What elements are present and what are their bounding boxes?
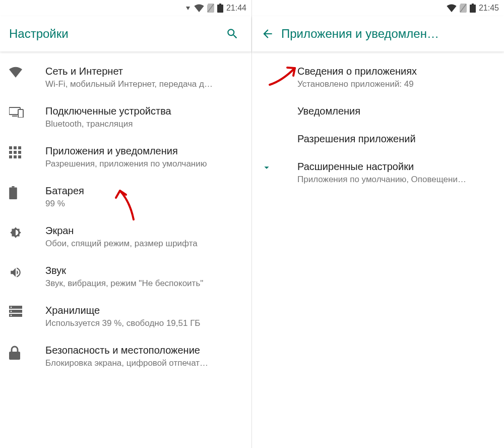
svg-rect-2 bbox=[219, 4, 221, 5]
svg-rect-26 bbox=[472, 4, 474, 5]
svg-rect-4 bbox=[18, 109, 23, 118]
page-title: Настройки bbox=[9, 27, 222, 41]
settings-screen: 21:44 Настройки Сеть и Интернет Wi-Fi, м… bbox=[0, 0, 252, 448]
item-subtitle: Bluetooth, трансляция bbox=[45, 119, 242, 129]
item-subtitle: Установлено приложений: 49 bbox=[297, 79, 495, 89]
wifi-icon bbox=[194, 4, 204, 12]
item-subtitle: Блокировка экрана, цифровой отпечат… bbox=[45, 358, 242, 368]
item-title: Уведомления bbox=[297, 105, 495, 117]
svg-rect-1 bbox=[217, 5, 223, 13]
item-title: Подключенные устройства bbox=[45, 105, 242, 117]
settings-item-storage[interactable]: Хранилище Используется 39 %, свободно 19… bbox=[0, 297, 251, 337]
settings-item-apps[interactable]: Приложения и уведомления Разрешения, при… bbox=[0, 137, 251, 177]
settings-item-network[interactable]: Сеть и Интернет Wi-Fi, мобильный Интерне… bbox=[0, 58, 251, 97]
lock-icon bbox=[9, 345, 45, 360]
wifi-icon bbox=[447, 4, 457, 12]
settings-item-connected-devices[interactable]: Подключенные устройства Bluetooth, транс… bbox=[0, 97, 251, 137]
item-subtitle: Разрешения, приложения по умолчанию bbox=[45, 159, 242, 169]
svg-rect-14 bbox=[18, 155, 21, 158]
item-subtitle: Wi-Fi, мобильный Интернет, передача д… bbox=[45, 79, 242, 89]
svg-rect-5 bbox=[12, 116, 17, 117]
svg-point-21 bbox=[11, 311, 12, 312]
sound-icon bbox=[9, 265, 45, 279]
svg-rect-6 bbox=[9, 146, 12, 149]
item-title: Разрешения приложений bbox=[297, 133, 495, 145]
wifi-icon bbox=[9, 66, 45, 78]
item-title: Приложения и уведомления bbox=[45, 145, 242, 157]
status-time: 21:44 bbox=[226, 4, 246, 13]
battery-icon bbox=[470, 4, 476, 13]
app-bar: Настройки bbox=[0, 16, 251, 51]
search-icon bbox=[226, 27, 239, 40]
page-title: Приложения и уведомлен… bbox=[281, 27, 495, 41]
svg-rect-23 bbox=[9, 352, 20, 360]
back-arrow-icon bbox=[261, 27, 274, 40]
apps-notifications-screen: 21:45 Приложения и уведомлен… Сведения о… bbox=[252, 0, 504, 448]
item-subtitle: Используется 39 %, свободно 19,51 ГБ bbox=[45, 318, 242, 328]
settings-item-sound[interactable]: Звук Звук, вибрация, режим "Не беспокоит… bbox=[0, 257, 251, 297]
item-title: Безопасность и местоположение bbox=[45, 345, 242, 356]
svg-point-22 bbox=[11, 315, 12, 316]
dropdown-icon bbox=[186, 7, 190, 10]
settings-item-security[interactable]: Безопасность и местоположение Блокировка… bbox=[0, 337, 251, 376]
item-title: Расширенные настройки bbox=[297, 161, 495, 173]
apps-item-app-info[interactable]: Сведения о приложениях Установлено прило… bbox=[252, 58, 504, 97]
apps-item-advanced[interactable]: Расширенные настройки Приложения по умол… bbox=[252, 153, 504, 193]
status-bar: 21:44 bbox=[0, 0, 251, 16]
devices-icon bbox=[9, 105, 45, 118]
svg-rect-13 bbox=[14, 155, 17, 158]
apps-item-permissions[interactable]: Разрешения приложений bbox=[252, 125, 504, 153]
chevron-down-icon bbox=[261, 161, 297, 173]
back-button[interactable] bbox=[261, 27, 281, 40]
svg-rect-9 bbox=[9, 151, 12, 154]
item-subtitle: Приложения по умолчанию, Оповещени… bbox=[297, 175, 495, 185]
item-title: Батарея bbox=[45, 185, 242, 197]
sim-icon bbox=[207, 4, 214, 13]
svg-rect-12 bbox=[9, 155, 12, 158]
svg-rect-11 bbox=[18, 151, 21, 154]
app-bar: Приложения и уведомлен… bbox=[252, 16, 504, 51]
svg-rect-7 bbox=[14, 146, 17, 149]
item-title: Сведения о приложениях bbox=[297, 66, 495, 77]
status-time: 21:45 bbox=[479, 4, 499, 13]
settings-item-display[interactable]: Экран Обои, спящий режим, размер шрифта bbox=[0, 217, 251, 257]
svg-point-20 bbox=[11, 307, 12, 308]
search-button[interactable] bbox=[222, 27, 242, 40]
battery-icon bbox=[9, 185, 45, 199]
brightness-icon bbox=[9, 225, 45, 239]
item-title: Звук bbox=[45, 265, 242, 276]
svg-rect-16 bbox=[12, 186, 14, 188]
settings-item-battery[interactable]: Батарея 99 % bbox=[0, 177, 251, 217]
apps-item-notifications[interactable]: Уведомления bbox=[252, 97, 504, 125]
item-subtitle: Звук, вибрация, режим "Не беспокоить" bbox=[45, 278, 242, 289]
svg-rect-10 bbox=[14, 151, 17, 154]
status-bar: 21:45 bbox=[252, 0, 504, 16]
svg-rect-8 bbox=[18, 146, 21, 149]
apps-list: Сведения о приложениях Установлено прило… bbox=[252, 51, 504, 448]
sim-icon bbox=[460, 4, 467, 13]
battery-icon bbox=[217, 4, 223, 13]
svg-rect-15 bbox=[9, 188, 17, 199]
settings-list: Сеть и Интернет Wi-Fi, мобильный Интерне… bbox=[0, 51, 251, 448]
item-title: Сеть и Интернет bbox=[45, 66, 242, 77]
item-title: Экран bbox=[45, 225, 242, 237]
item-subtitle: 99 % bbox=[45, 199, 242, 209]
apps-icon bbox=[9, 145, 45, 158]
item-subtitle: Обои, спящий режим, размер шрифта bbox=[45, 239, 242, 249]
svg-rect-25 bbox=[470, 5, 476, 13]
storage-icon bbox=[9, 305, 45, 317]
item-title: Хранилище bbox=[45, 305, 242, 316]
